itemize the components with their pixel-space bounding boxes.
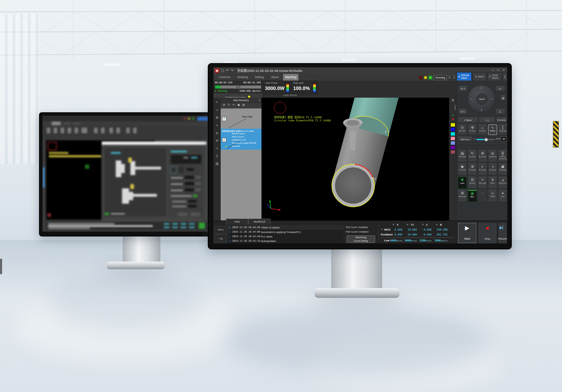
layer-swatch-cyan[interactable] <box>450 132 455 136</box>
edge-find-button[interactable]: ⊿Edge Find <box>498 177 507 189</box>
zoom-icon[interactable]: ⌖ <box>213 123 221 127</box>
tab-log[interactable]: Log <box>214 234 227 243</box>
z-home-button[interactable]: ⌂Z Home <box>478 125 487 135</box>
close-panel-icon[interactable]: × <box>259 98 260 103</box>
jog-left-arrow[interactable]: ← <box>470 97 473 100</box>
list-item-nest-result[interactable]: 排样结果1圆管 直径D50 T1.5 L6000 ✔ Result Count:… <box>221 129 261 150</box>
blow-button[interactable]: ⇊Blow <box>468 190 477 202</box>
layer-cross-icon[interactable]: ✖ <box>449 118 456 121</box>
calibrate-button[interactable]: ┋Calibrate <box>498 125 507 135</box>
dry-run-button[interactable]: ↻Dry Run <box>468 150 477 162</box>
3d-viewport[interactable]: 排样结果1 圆管 直径D50 T1.5 L6000 Circular tube … <box>261 98 449 220</box>
tab-drawing[interactable]: Drawing <box>234 74 251 81</box>
go-zero-button[interactable]: ⊕Go Zero <box>468 125 477 135</box>
log-row-4[interactable]: ⓘ 2025-11-26 16:43:15 NcStudioStart <box>227 239 343 243</box>
sim-slider-thumb[interactable] <box>484 138 488 142</box>
new-doc-icon[interactable]: ▢ <box>221 67 224 74</box>
sim-dropdown[interactable]: SIM Frp ▾ <box>458 137 472 142</box>
follow-button[interactable]: ∿Follow <box>488 125 497 135</box>
jog-b-ccw-button[interactable]: B ↺ <box>458 86 468 91</box>
window-title: 无标题2025-11-26-16-42-48.ncexa-NcStudio <box>237 67 302 74</box>
layer-swatch-pink[interactable] <box>450 136 455 141</box>
jog-rapid-button[interactable]: Rapid <box>476 93 487 105</box>
add-icon[interactable]: ⊞ <box>223 103 225 106</box>
undo-icon[interactable]: ↶ <box>226 67 229 74</box>
to-center-button[interactable]: ⊕To Center <box>478 150 487 162</box>
r-chuck-button-2[interactable]: ◑R Chuck <box>488 164 497 175</box>
jog-up-arrow[interactable]: ↑ <box>468 86 495 90</box>
tab-about[interactable]: About <box>268 74 282 81</box>
select-cursor-icon[interactable]: ↖ <box>213 100 221 104</box>
back-button[interactable]: « Back <box>458 118 478 123</box>
machining-count-setting-button[interactable]: MachiningCount Setting <box>347 235 375 243</box>
layer-swatch-periwinkle[interactable] <box>450 141 455 145</box>
jog-down-arrow[interactable]: ↓ <box>468 107 495 111</box>
wave-tool-icon[interactable]: ∿ <box>213 146 221 150</box>
base-map-checkbox[interactable]: ✔ <box>222 117 226 121</box>
burst-button[interactable]: ↯Burst <box>488 177 497 189</box>
grid-icon[interactable]: ▤ <box>213 162 221 165</box>
layer-swatch-blue[interactable] <box>450 127 455 131</box>
simulate-button[interactable]: ▤Simulate <box>458 150 467 162</box>
copy-icon[interactable]: ▣ <box>237 103 240 106</box>
forward-button[interactable]: Forward» <box>496 118 507 123</box>
jog-right-arrow[interactable]: → <box>489 97 493 100</box>
tab-alarm[interactable]: Alarm <box>214 226 227 234</box>
set-zero-button[interactable]: ⊙Set Zero <box>458 125 467 135</box>
mode-cycle-machining-button[interactable]: ⟳Cycle Machi.. <box>487 72 502 81</box>
stop-button[interactable]: ■ Stop <box>478 222 497 243</box>
mode-batch-button[interactable]: ≣Batch <box>472 72 487 81</box>
jog-settings-button[interactable]: ⚙ <box>500 95 506 101</box>
tab-nestresult[interactable]: NestResult <box>248 219 271 225</box>
jog-z-minus-button[interactable]: Z- <box>495 109 505 114</box>
view-fit-icon[interactable]: ◎ <box>213 131 221 135</box>
delete-icon[interactable]: ✂ <box>233 103 235 106</box>
layer-stack-icon[interactable]: ≣ <box>449 98 456 102</box>
redo-icon[interactable]: ↷ <box>231 67 234 74</box>
f-chuck-button-1[interactable]: ◉F Chuck <box>458 164 467 175</box>
log-row-2[interactable]: ⓘ 2025-11-26 16:44:09 Succeeded in apply… <box>227 230 343 235</box>
nest-item-checkbox[interactable]: ✔ <box>222 138 226 142</box>
dry-run-icon: ↻ <box>468 151 477 156</box>
more-button[interactable]: » <box>452 75 456 80</box>
mode-normal-mach-button[interactable]: ⚙Normal Mach <box>457 72 472 81</box>
shield-button[interactable]: ◇Shield <box>488 190 497 202</box>
sim-value-box[interactable]: 50 <box>501 136 507 142</box>
rotate-view-icon[interactable]: ⇄ <box>213 139 221 142</box>
jog-mode-button[interactable]: Jog <box>479 118 495 123</box>
autoload-button[interactable]: ⊞AutoLoad <box>458 190 467 202</box>
jog-z-plus-button[interactable]: Z+ <box>495 86 505 91</box>
mode-proof-model-button[interactable]: ][ <box>502 72 507 81</box>
jog-pad[interactable]: ↑ ↓ ← → Rapid <box>468 85 495 113</box>
sim-slider-track[interactable] <box>476 139 495 140</box>
log-row-3[interactable]: ⓘ 2025-11-26 16:43:58 PLC starts. <box>227 234 343 239</box>
collapse-ribbon-button[interactable]: ∧ <box>448 75 451 80</box>
pan-icon[interactable]: ▱ <box>213 108 221 112</box>
tab-debug[interactable]: Debug <box>252 74 266 81</box>
selected-button[interactable]: ▣Selected <box>498 164 507 175</box>
centering-button[interactable]: ◎Centering <box>488 150 497 162</box>
jog-b-cw-button[interactable]: B ↻ <box>458 109 468 114</box>
f-chuck-button-2[interactable]: ⊛F Chuck <box>468 164 477 175</box>
shutter-button[interactable]: ⊟Shutter <box>468 177 477 189</box>
layer-swatch-maroon[interactable] <box>450 150 455 154</box>
laser-button[interactable]: ✳Laser <box>458 177 467 189</box>
pilot-light-button[interactable]: +Pilot light <box>478 177 487 189</box>
layer-swatch-yellow[interactable] <box>450 123 455 127</box>
tab-maching[interactable]: Maching <box>283 74 298 81</box>
edit-icon[interactable]: ✎ <box>228 103 230 106</box>
layer-swatch-purple[interactable] <box>450 145 455 150</box>
crosshair-icon[interactable]: ┼ <box>213 154 221 158</box>
layer-check-icon[interactable]: ✔ <box>449 114 456 117</box>
tab-parts[interactable]: Parts <box>226 219 248 225</box>
layers-icon[interactable]: ▨ <box>242 103 245 106</box>
resume-button[interactable]: ▶▏ Resume <box>498 222 507 243</box>
r-chuck-button-1[interactable]: ◐R Chuck <box>478 164 487 175</box>
zoom-window-icon[interactable]: ⊞ <box>213 116 221 119</box>
start-button[interactable]: ▶ Start <box>457 222 477 243</box>
tab-common[interactable]: Common <box>216 74 233 81</box>
log-row-1[interactable]: ⓘ 2025-11-26 16:44:26 <Start> is clicked <box>227 225 343 230</box>
list-item-base-map[interactable]: ✔ Base Map <box>221 111 261 128</box>
four-point-centering-button[interactable]: ╬4 Point Centering <box>498 150 507 162</box>
lube-button[interactable]: ♦Lube <box>498 190 507 202</box>
